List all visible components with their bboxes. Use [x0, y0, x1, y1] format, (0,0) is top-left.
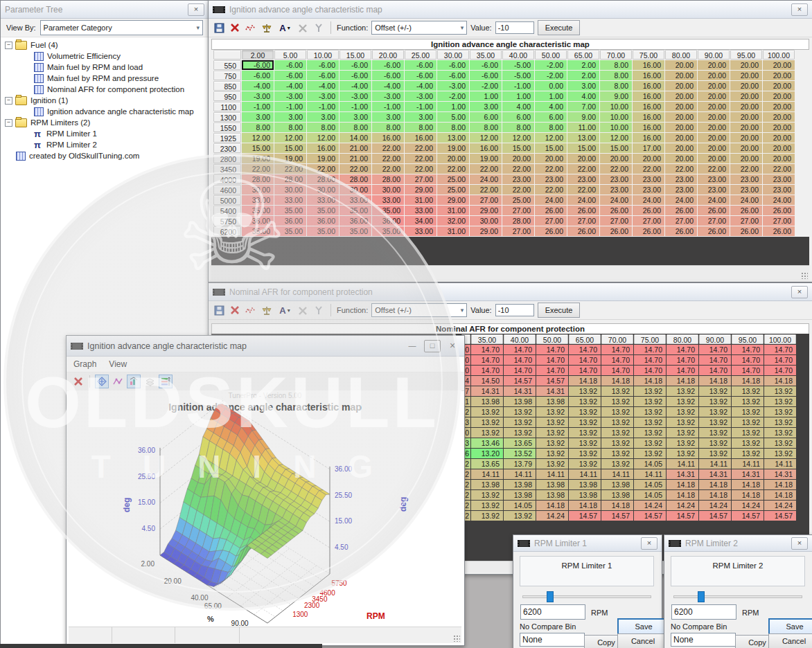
map-cell[interactable]: 14.70	[536, 366, 568, 375]
map-cell[interactable]: 20.00	[763, 133, 795, 143]
map-cell[interactable]: 14.70	[471, 355, 503, 365]
map-cell[interactable]: 14.70	[764, 366, 796, 375]
map-cell[interactable]: 12.00	[600, 133, 632, 143]
map-cell[interactable]: 23.00	[535, 174, 567, 184]
map-cell[interactable]: 26.00	[730, 206, 762, 215]
map-cell[interactable]: 23.00	[698, 174, 730, 184]
map-cell[interactable]: 27.00	[535, 216, 567, 226]
col-header[interactable]: 75.00	[633, 50, 664, 60]
map-cell[interactable]: 14.18	[569, 501, 601, 510]
map-cell[interactable]: 14.05	[634, 459, 666, 469]
row-header[interactable]: 5400	[213, 206, 241, 215]
map-cell[interactable]: 13.92	[699, 449, 731, 458]
map-cell[interactable]: 20.00	[730, 133, 762, 143]
map-cell[interactable]: 24.00	[633, 195, 664, 205]
map-cell[interactable]: 14.70	[667, 355, 698, 365]
map-cell[interactable]: 20.00	[698, 112, 730, 122]
map-cell[interactable]: 24.00	[470, 174, 502, 184]
map-cell[interactable]: 14.11	[536, 469, 568, 479]
map-cell[interactable]: 13.92	[569, 417, 601, 427]
map-cell[interactable]: 19.00	[274, 154, 306, 163]
slider-thumb[interactable]	[698, 591, 705, 602]
map-cell[interactable]: 22.00	[502, 185, 534, 195]
map-cell[interactable]: 8.00	[339, 123, 371, 132]
map-cell[interactable]: 19.00	[307, 154, 339, 163]
map-cell[interactable]: 31.00	[437, 206, 469, 215]
map-cell[interactable]: 13.92	[667, 428, 698, 438]
map-cell[interactable]: 29.00	[470, 226, 502, 236]
row-header[interactable]: 950	[213, 91, 241, 101]
map-cell[interactable]: 15.00	[567, 143, 599, 153]
delete-icon[interactable]	[229, 21, 241, 34]
map-cell[interactable]: 3.00	[470, 102, 502, 111]
tree-item[interactable]: created by OldSkullTuning.com	[5, 150, 194, 161]
function-combobox[interactable]: Offset (+/-) ▾	[371, 303, 467, 317]
map-cell[interactable]: 14.24	[732, 501, 764, 510]
map-cell[interactable]: 26.00	[600, 206, 632, 215]
map-cell[interactable]: 30.00	[470, 216, 502, 226]
map-cell[interactable]: 26.00	[535, 206, 567, 215]
map-cell[interactable]: -6.00	[372, 60, 404, 70]
map-cell[interactable]: 20.00	[698, 133, 730, 143]
map-cell[interactable]: 13.92	[634, 417, 666, 427]
map-cell[interactable]: 22.00	[535, 185, 567, 195]
compare-icon[interactable]: A▾	[276, 304, 293, 316]
map-cell[interactable]: 20.00	[763, 143, 795, 153]
map-cell[interactable]: 36.00	[339, 216, 371, 226]
map-cell[interactable]: 20.00	[437, 154, 469, 163]
map-cell[interactable]: 23.00	[698, 185, 730, 195]
map-cell[interactable]: 14.57	[601, 511, 633, 521]
map-cell[interactable]: 23.00	[730, 185, 762, 195]
row-header[interactable]: 2800	[213, 154, 241, 163]
map-cell[interactable]: 27.00	[763, 216, 795, 226]
map-cell[interactable]: 16.00	[307, 143, 339, 153]
tree-item[interactable]: −RPM Limiters (2)	[5, 117, 194, 128]
map-cell[interactable]: 25.00	[437, 185, 469, 195]
row-header[interactable]: 1925	[213, 133, 241, 143]
map-cell[interactable]: 20.00	[665, 102, 697, 111]
map-cell[interactable]: 4.00	[567, 91, 599, 101]
map-cell[interactable]: 36.00	[372, 216, 404, 226]
map-cell[interactable]: 27.00	[470, 195, 502, 205]
rpm-limiter-2-titlebar[interactable]: RPM Limiter 2 ×	[664, 535, 812, 552]
map-cell[interactable]: 8.00	[274, 123, 306, 132]
parameter-tree-titlebar[interactable]: Parameter Tree ×	[1, 1, 209, 19]
map-cell[interactable]: 14.31	[667, 469, 698, 479]
map-cell[interactable]: 26.00	[763, 226, 795, 236]
rpm-limiter-1-titlebar[interactable]: RPM Limiter 1 ×	[513, 535, 662, 552]
map-cell[interactable]: 33.00	[274, 195, 306, 205]
map-cell[interactable]: 24.00	[600, 195, 632, 205]
map-cell[interactable]: 6.00	[502, 112, 534, 122]
map-cell[interactable]: 22.00	[405, 154, 436, 163]
map-cell[interactable]: 14.18	[764, 490, 796, 500]
map-cell[interactable]: 14.70	[699, 355, 731, 365]
map-cell[interactable]: 14.05	[504, 501, 536, 510]
map-cell[interactable]: 16.00	[633, 71, 664, 80]
map-cell[interactable]: 9.00	[600, 91, 632, 101]
map-cell[interactable]: -2.00	[470, 81, 502, 91]
map-cell[interactable]: 13.92	[601, 407, 633, 417]
map-cell[interactable]: -5.00	[502, 71, 534, 80]
tree-item[interactable]: −Ignition (1)	[5, 95, 194, 106]
map-cell[interactable]: 16.00	[633, 102, 664, 111]
map-cell[interactable]: -5.00	[502, 60, 534, 70]
map-cell[interactable]: 27.00	[730, 216, 762, 226]
map-cell[interactable]: 14.70	[504, 345, 536, 354]
map-cell[interactable]: 23.00	[567, 174, 599, 184]
map-cell[interactable]: 14.24	[634, 501, 666, 510]
map-cell[interactable]: 13.92	[634, 438, 666, 448]
map-cell[interactable]: 22.00	[405, 143, 436, 153]
map-cell[interactable]: 13.92	[471, 407, 503, 417]
col-header[interactable]: 15.00	[339, 50, 371, 60]
map-cell[interactable]: 14.70	[504, 355, 536, 365]
row-header[interactable]: 6200	[213, 226, 241, 236]
resize-grip[interactable]	[801, 272, 808, 279]
close-icon[interactable]: ×	[791, 537, 808, 550]
map-cell[interactable]: 28.00	[274, 174, 306, 184]
map-cell[interactable]: 0.00	[535, 81, 567, 91]
map-cell[interactable]: 28.00	[307, 174, 339, 184]
map-cell[interactable]: 14.70	[732, 345, 764, 354]
map-cell[interactable]: -3.00	[437, 81, 469, 91]
map-cell[interactable]: 13.92	[699, 407, 731, 417]
map-cell[interactable]: 13.92	[667, 449, 698, 458]
